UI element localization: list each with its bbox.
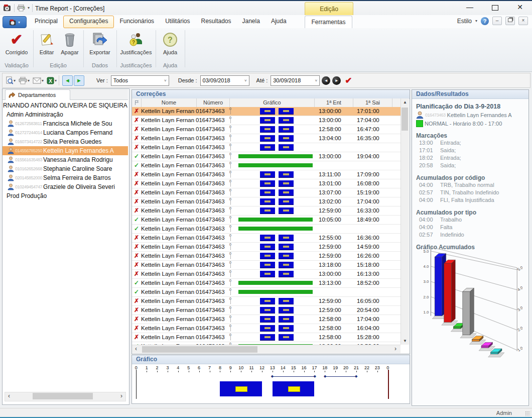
tree-item[interactable]: RNANDO ANTONIO OLIVEIRA DE SIQUEIRA L <box>3 101 128 110</box>
table-row[interactable]: ✗ ✓ Kettelin Layn Fernan 016473463 0 <box>132 161 401 170</box>
numero-column-header[interactable]: Número <box>197 98 230 107</box>
ate-date-select[interactable]: 30/09/2018˅ <box>271 75 320 86</box>
table-horizontal-scrollbar[interactable]: ‹ › <box>132 345 401 353</box>
table-row[interactable]: ✗ ✓ Kettelin Layn Fernan 016473463 0 13:… <box>132 152 401 161</box>
resize-grip[interactable] <box>525 411 530 416</box>
print-quick-icon[interactable] <box>17 5 25 12</box>
table-row[interactable]: ✗ ✓ Kettelin Layn Fernan 016473463 0 12:… <box>132 333 401 342</box>
prev-employee-button[interactable]: ◄ <box>62 75 73 86</box>
scroll-right-icon[interactable]: › <box>117 392 125 400</box>
scroll-up-icon[interactable]: ▲ <box>401 98 409 106</box>
dropdown-icon[interactable]: ▾ <box>42 78 44 83</box>
next-employee-button[interactable]: ► <box>74 75 84 86</box>
close-button[interactable]: ✕ <box>513 3 527 14</box>
mdi-close-button[interactable]: × <box>518 17 528 25</box>
tree-item[interactable]: 012727244014 Luciana Campos Fernand <box>3 128 128 137</box>
flag-column-header[interactable] <box>132 98 142 107</box>
ajuda-button[interactable]: ? Ajuda <box>158 30 183 61</box>
tree-item[interactable]: 012672583811 Francisca Michele de Sou <box>3 119 128 128</box>
table-row[interactable]: ✗ ✓ Kettelin Layn Fernan 016473463 0 12:… <box>132 234 401 243</box>
table-row[interactable]: ✗ ✓ Kettelin Layn Fernan 016473463 0 13:… <box>132 270 401 279</box>
grafico-column-header[interactable]: Gráfico <box>230 98 315 107</box>
previous-period-button[interactable]: ◄ <box>322 76 330 85</box>
scroll-left-icon[interactable]: ‹ <box>5 392 13 400</box>
table-row[interactable]: ✗ ✓ Kettelin Layn Fernan 016473463 0 13:… <box>132 134 401 143</box>
table-vertical-scrollbar[interactable]: ▲ ▼ <box>401 98 409 345</box>
exportar-button[interactable]: Exportar <box>85 30 114 61</box>
ent-column-header[interactable]: 1ª Ent <box>315 98 353 107</box>
app-icon[interactable] <box>3 4 12 12</box>
table-row[interactable]: ✗ ✓ Kettelin Layn Fernan 016473463 0 12:… <box>132 297 401 306</box>
table-row[interactable]: ✗ ✓ Kettelin Layn Fernan 016473463 0 13:… <box>132 188 401 197</box>
ribbon-tab[interactable]: Ferramentas <box>305 16 352 29</box>
corrigido-button[interactable]: ✔ Corrigido <box>2 30 31 61</box>
ver-select[interactable]: Todos˅ <box>111 75 169 86</box>
table-row[interactable]: ✗ ✓ Kettelin Layn Fernan 016473463 0 12:… <box>132 306 401 315</box>
table-row[interactable]: ✗ ✓ Kettelin Layn Fernan 016473463 0 12:… <box>132 125 401 134</box>
tab-departamentos[interactable]: Departamentos <box>5 89 70 100</box>
apagar-button[interactable]: Apagar <box>58 30 81 61</box>
excel-export-button[interactable]: X▾ <box>47 77 57 84</box>
table-row[interactable]: ✗ ✓ Kettelin Layn Fernan 016473463 0 13:… <box>132 116 401 125</box>
scroll-down-icon[interactable]: ▼ <box>401 337 409 345</box>
table-row[interactable]: ✗ ✓ Kettelin Layn Fernan 016473463 0 13:… <box>132 107 401 116</box>
tree-item[interactable]: Prod Produção <box>3 191 128 200</box>
table-row[interactable]: ✗ ✓ Kettelin Layn Fernan 016473463 0 <box>132 288 401 297</box>
mdi-minimize-button[interactable]: – <box>492 17 502 25</box>
dropdown-icon[interactable]: ▾ <box>55 78 57 83</box>
ribbon-tab[interactable]: Funcionários <box>114 15 160 28</box>
scrollbar-thumb[interactable] <box>142 346 257 353</box>
table-row[interactable]: ✗ ✓ Kettelin Layn Fernan 016473463 0 12:… <box>132 252 401 261</box>
ribbon-tab[interactable]: Principal <box>29 15 63 28</box>
scroll-right-icon[interactable]: › <box>391 345 400 353</box>
scrollbar-thumb[interactable] <box>402 108 408 131</box>
next-period-button[interactable]: ► <box>332 76 341 85</box>
tree-item[interactable]: 014556785250 Kettelin Layn Fernandes A <box>3 146 128 155</box>
table-row[interactable]: ✗ ✓ Kettelin Layn Fernan 016473463 0 <box>132 225 401 234</box>
table-row[interactable]: ✗ ✓ Kettelin Layn Fernan 016473463 0 12:… <box>132 324 401 333</box>
editar-button[interactable]: Editar <box>35 30 58 61</box>
dropdown-icon[interactable]: ▾ <box>28 78 30 83</box>
tree-item[interactable]: Admin Administração <box>3 110 128 119</box>
table-row[interactable]: ✗ ✓ Kettelin Layn Fernan 016473463 0 13:… <box>132 261 401 270</box>
tree-item[interactable]: 020145852000 Selma Ferreira de Barros <box>3 173 128 182</box>
application-menu-button[interactable]: ▾ <box>3 16 27 28</box>
table-row[interactable]: ✗ ✓ Kettelin Layn Fernan 016473463 0 12:… <box>132 206 401 216</box>
scrollbar-thumb[interactable] <box>33 393 93 399</box>
table-row[interactable]: ✗ ✓ Kettelin Layn Fernan 016473463 0 13:… <box>132 279 401 288</box>
departments-horizontal-scrollbar[interactable]: ‹ › <box>5 392 126 401</box>
email-button[interactable]: ▾ <box>33 77 44 84</box>
ribbon-tab[interactable]: Configurações <box>63 16 114 28</box>
tree-item[interactable]: 010249454747 Graziele de Oliveira Severi <box>3 182 128 191</box>
ribbon-tab[interactable]: Resultados <box>195 15 236 28</box>
print-button[interactable]: ▾ <box>19 77 30 84</box>
estilo-dropdown-icon[interactable]: ▾ <box>475 19 477 23</box>
sai-column-header[interactable]: 1ª Sai <box>353 98 392 107</box>
tree-item[interactable]: 010162652668 Stephanie Caroline Soare <box>3 164 128 173</box>
table-row[interactable]: ✗ ✓ Kettelin Layn Fernan 016473463 0 13:… <box>132 170 401 179</box>
ribbon-tab[interactable]: Ajuda <box>265 15 292 28</box>
tree-item[interactable]: 015561635483 Vanessa Amanda Rodrigu <box>3 155 128 164</box>
print-preview-button[interactable]: ▾ <box>6 76 16 84</box>
apply-filter-check-icon[interactable]: ✔ <box>345 75 352 86</box>
dropdown-icon[interactable]: ▾ <box>14 78 16 83</box>
tree-item[interactable]: 016073414722 Silvia Pereira Guedes <box>3 137 128 146</box>
minimize-button[interactable]: — <box>463 3 477 14</box>
table-row[interactable]: ✗ ✓ Kettelin Layn Fernan 016473463 0 12:… <box>132 315 401 324</box>
ribbon-tab[interactable]: Utilitários <box>160 15 195 28</box>
table-row[interactable]: ✗ ✓ Kettelin Layn Fernan 016473463 0 10:… <box>132 216 401 225</box>
table-row[interactable]: ✗ ✓ Kettelin Layn Fernan 016473463 0 12:… <box>132 243 401 252</box>
nome-column-header[interactable]: Nome <box>142 98 197 107</box>
table-row[interactable]: ✗ ✓ Kettelin Layn Fernan 016473463 0 13:… <box>132 197 401 206</box>
desde-date-select[interactable]: 03/09/2018˅ <box>200 75 249 86</box>
estilo-label[interactable]: Estilo <box>457 18 472 25</box>
ribbon-tab[interactable]: Janela <box>237 15 265 28</box>
table-row[interactable]: ✗ ✓ Kettelin Layn Fernan 016473463 0 13:… <box>132 179 401 188</box>
mdi-restore-button[interactable] <box>505 17 515 25</box>
maximize-button[interactable] <box>488 3 502 14</box>
justificacoes-button[interactable]: ? Justificações <box>118 30 154 61</box>
help-icon[interactable]: ? <box>481 17 489 25</box>
qat-dropdown-icon[interactable]: ▾ <box>28 6 30 10</box>
table-row[interactable]: ✗ ✓ Kettelin Layn Fernan 016473463 0 <box>132 143 401 152</box>
scroll-left-icon[interactable]: ‹ <box>132 345 140 353</box>
